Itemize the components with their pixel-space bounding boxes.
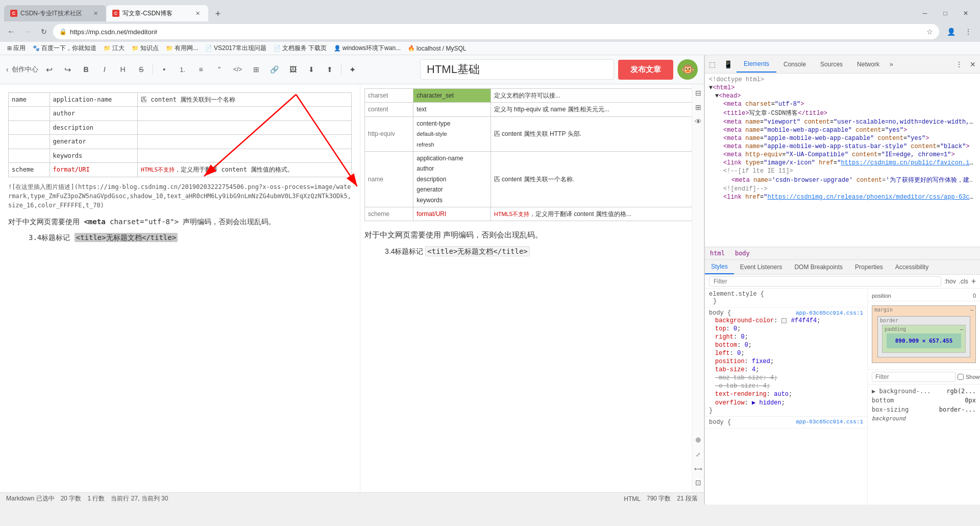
panel-tab-styles[interactable]: Styles — [705, 260, 734, 274]
side-tool-columns[interactable]: ⊟ — [693, 88, 703, 99]
dom-line-link-favicon[interactable]: <link type="image/x-icon" href="https://… — [705, 159, 980, 167]
indent-button[interactable]: ≡ — [194, 62, 208, 77]
bookmark-apps[interactable]: ⊞ 应用 — [4, 43, 29, 54]
breadcrumb-html[interactable]: html — [705, 247, 730, 259]
bookmark-vs[interactable]: 📄 VS2017常出现问题 — [202, 43, 270, 54]
devtools-device-icon[interactable]: 📱 — [720, 57, 737, 71]
cls-label[interactable]: .cls — [959, 278, 968, 285]
markdown-editor[interactable]: name application-name 匹 content 属性关联到一个名… — [0, 84, 360, 492]
devtools-tab-elements[interactable]: Elements — [737, 56, 776, 73]
dom-line-doctype[interactable]: <!doctype html> — [705, 76, 980, 84]
main-layout: ‹ 创作中心 ↩ ↪ B I H S • 1. ≡ " </> ⊞ 🔗 🖼 ⬇ … — [0, 55, 980, 505]
computed-prop-box-sizing[interactable]: box-sizing border-... — [868, 405, 980, 414]
computed-prop-background[interactable]: ▶ background-... rgb(2... — [868, 387, 980, 396]
upload-button[interactable]: ⬆ — [323, 62, 337, 77]
bookmark-baidu[interactable]: 🐾 百度一下，你就知道 — [30, 43, 100, 54]
avatar[interactable]: 🐵 — [677, 59, 698, 80]
devtools-inspect-icon[interactable]: ⬚ — [705, 57, 720, 71]
restore-button[interactable]: □ — [935, 5, 955, 21]
address-bar[interactable]: 🔒 https://mp.csdn.net/mdeditor# ☆ — [53, 24, 939, 39]
download-button[interactable]: ⬇ — [304, 62, 318, 77]
dom-line-comment1[interactable]: <!--[if lte IE 11]> — [705, 167, 980, 175]
computed-filter-input[interactable] — [872, 372, 955, 382]
add-rule-btn[interactable]: + — [971, 277, 976, 286]
strikethrough-button[interactable]: S — [134, 62, 149, 77]
bookmark-jiangda[interactable]: 📁 江大 — [101, 43, 128, 54]
dom-line-meta-compat[interactable]: <meta http-equiv="X-UA-Compatible" conte… — [705, 151, 980, 159]
bookmark-youyong[interactable]: 📁 有用网... — [163, 43, 201, 54]
star-icon[interactable]: ☆ — [926, 28, 933, 36]
bookmark-zhishi[interactable]: 📁 知识点 — [129, 43, 162, 54]
body-source-link[interactable]: app-63c65cc914.css:1 — [796, 310, 863, 316]
styles-filter-input[interactable] — [709, 276, 941, 286]
prop-background-color: background-color: #f4f4f4; — [709, 317, 863, 325]
devtools-tab-console[interactable]: Console — [776, 57, 813, 72]
side-tool-split[interactable]: ⊞ — [693, 103, 703, 113]
forward-button[interactable]: → — [20, 25, 35, 39]
dom-line-html[interactable]: ▼<html> — [705, 84, 980, 92]
breadcrumb-body[interactable]: body — [730, 247, 755, 259]
breadcrumb-nav[interactable]: ‹ 创作中心 — [6, 65, 38, 74]
bookmark-mysql[interactable]: 🔥 localhost / MySQL — [405, 44, 469, 53]
italic-button[interactable]: I — [97, 62, 112, 77]
undo-button[interactable]: ↩ — [42, 62, 57, 77]
devtools-tab-sources[interactable]: Sources — [813, 57, 850, 72]
dom-line-meta-mobile2[interactable]: <meta name="apple-mobile-web-app-capable… — [705, 134, 980, 142]
panel-tab-event-listeners[interactable]: Event Listeners — [734, 260, 789, 274]
tab-inactive[interactable]: C CSDN-专业IT技术社区 ✕ — [4, 5, 106, 21]
profile-icon[interactable]: 👤 — [943, 24, 959, 39]
table-button[interactable]: ⊞ — [249, 62, 263, 77]
minimize-button[interactable]: ─ — [915, 5, 935, 21]
dom-line-comment2[interactable]: <![endif]--> — [705, 185, 980, 193]
ordered-list-button[interactable]: 1. — [176, 62, 190, 77]
dom-line-title[interactable]: <title>写文章-CSDN博客</title> — [705, 108, 980, 118]
heading-button[interactable]: H — [116, 62, 130, 77]
color-swatch[interactable] — [781, 318, 787, 323]
bookmark-windows[interactable]: 👤 windows环境下wan... — [331, 43, 404, 54]
publish-button[interactable]: 发布文章 — [618, 60, 673, 80]
new-tab-button[interactable]: + — [210, 6, 226, 21]
side-tool-bottom[interactable]: ⊡ — [693, 478, 703, 488]
body2-source[interactable]: app-63c65cc914.css:1 — [796, 419, 863, 426]
dom-line-meta-status[interactable]: <meta name="apple-mobile-web-app-status-… — [705, 142, 980, 151]
panel-tab-accessibility[interactable]: Accessibility — [889, 260, 935, 274]
back-button[interactable]: ← — [4, 25, 18, 39]
hov-cls-label[interactable]: :hov — [944, 278, 956, 285]
dom-line-meta-charset[interactable]: <meta charset="utf-8"> — [705, 100, 980, 108]
dom-line-meta-mobile1[interactable]: <meta name="mobile-web-app-capable" cont… — [705, 126, 980, 134]
show-all-checkbox[interactable] — [958, 374, 964, 380]
image-button[interactable]: 🖼 — [286, 62, 300, 77]
bold-button[interactable]: B — [79, 62, 93, 77]
title-input[interactable] — [420, 59, 614, 80]
unordered-list-button[interactable]: • — [157, 62, 172, 77]
side-tool-move2[interactable]: ⤢ — [693, 449, 703, 460]
side-tool-move1[interactable]: ⊕ — [693, 435, 703, 445]
menu-icon[interactable]: ⋮ — [961, 24, 976, 39]
reload-button[interactable]: ↻ — [37, 25, 51, 39]
dom-line-meta-viewport[interactable]: <meta name="viewport" content="user-scal… — [705, 118, 980, 126]
dom-line-head[interactable]: ▼<head> — [705, 92, 980, 100]
bookmark-label: VS2017常出现问题 — [214, 44, 266, 53]
code-button[interactable]: </> — [231, 62, 245, 77]
devtools-close-icon[interactable]: ✕ — [966, 58, 980, 70]
dom-line-meta-upgrade[interactable]: <meta name='csdn-browser-upgrade' conten… — [705, 175, 980, 185]
side-tool-eye[interactable]: 👁 — [693, 117, 703, 127]
link-button[interactable]: 🔗 — [267, 62, 282, 77]
panel-tab-dom-breakpoints[interactable]: DOM Breakpoints — [788, 260, 849, 274]
tab-active[interactable]: C 写文章-CSDN博客 ✕ — [106, 5, 208, 21]
devtools-overflow-icon[interactable]: ⋮ — [952, 58, 966, 70]
side-tool-expand[interactable]: ⟷ — [693, 464, 703, 474]
quote-button[interactable]: " — [212, 62, 227, 77]
tab2-close[interactable]: ✕ — [193, 9, 202, 18]
close-button[interactable]: ✕ — [955, 5, 976, 21]
devtools-more-tabs[interactable]: » — [887, 57, 896, 72]
more-button[interactable]: ✦ — [346, 62, 360, 77]
devtools-tab-network[interactable]: Network — [850, 57, 887, 72]
computed-prop-bottom[interactable]: bottom 0px — [868, 396, 980, 405]
prop-left: left: 0; — [709, 349, 863, 357]
bookmark-docs[interactable]: 📄 文档服务 下载页 — [271, 43, 330, 54]
panel-tab-properties[interactable]: Properties — [849, 260, 889, 274]
dom-line-link-css[interactable]: <link href="https://csdnimg.cn/release/p… — [705, 193, 980, 201]
tab1-close[interactable]: ✕ — [91, 9, 100, 18]
redo-button[interactable]: ↪ — [61, 62, 75, 77]
